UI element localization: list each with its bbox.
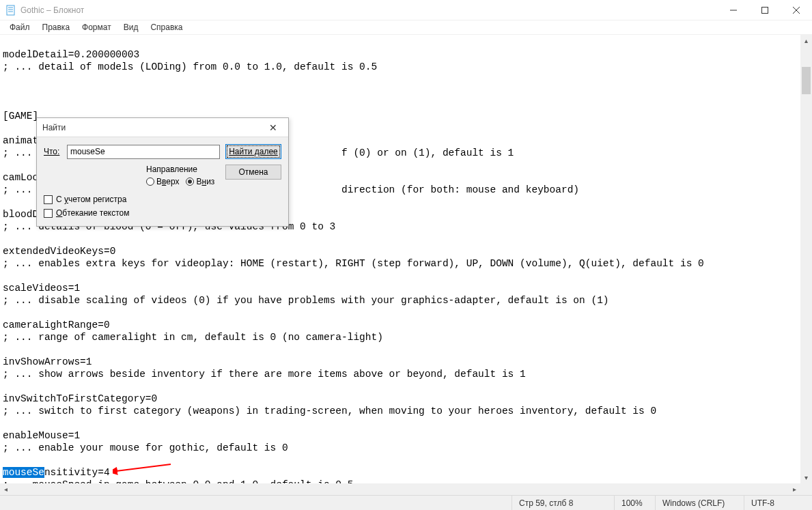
status-eol: Windows (CRLF) xyxy=(655,496,744,510)
find-dialog-titlebar[interactable]: Найти ✕ xyxy=(37,118,288,137)
menu-edit[interactable]: Правка xyxy=(37,21,76,33)
window-controls xyxy=(718,0,812,20)
close-button[interactable] xyxy=(781,0,812,20)
direction-down-label: Вниз xyxy=(196,177,214,186)
scroll-down-button[interactable]: ▾ xyxy=(800,472,812,483)
window-title: Gothic – Блокнот xyxy=(20,5,84,15)
direction-up-label: Вверх xyxy=(156,177,179,186)
svg-rect-0 xyxy=(7,5,14,15)
find-dialog: Найти ✕ Что: Найти далее Направление Вве… xyxy=(36,117,289,227)
direction-group: Направление Вверх Вниз xyxy=(146,165,220,186)
status-position: Стр 59, стлб 8 xyxy=(512,496,614,510)
minimize-button[interactable] xyxy=(718,0,749,20)
statusbar: Стр 59, стлб 8 100% Windows (CRLF) UTF-8 xyxy=(0,495,812,510)
find-next-button[interactable]: Найти далее xyxy=(225,144,281,159)
find-dialog-close[interactable]: ✕ xyxy=(264,122,283,133)
scroll-right-button[interactable]: ▸ xyxy=(789,483,800,495)
find-what-input[interactable] xyxy=(67,145,220,159)
direction-label: Направление xyxy=(146,165,220,174)
vertical-scrollbar[interactable]: ▴ ▾ xyxy=(800,35,812,483)
status-encoding: UTF-8 xyxy=(744,496,812,510)
match-case-label: С учетом регистра xyxy=(56,195,126,204)
direction-up-radio[interactable]: Вверх xyxy=(146,177,179,186)
menu-file[interactable]: Файл xyxy=(4,21,36,33)
scroll-left-button[interactable]: ◂ xyxy=(0,483,12,495)
find-dialog-title: Найти xyxy=(42,123,66,132)
menu-view[interactable]: Вид xyxy=(118,21,144,33)
scroll-up-button[interactable]: ▴ xyxy=(800,35,812,46)
menubar: Файл Правка Формат Вид Справка xyxy=(0,20,812,34)
match-case-checkbox[interactable]: С учетом регистра xyxy=(44,195,281,204)
titlebar: Gothic – Блокнот xyxy=(0,0,812,20)
scroll-thumb[interactable] xyxy=(802,67,811,94)
status-zoom: 100% xyxy=(614,496,655,510)
direction-down-radio[interactable]: Вниз xyxy=(186,177,214,186)
cancel-button[interactable]: Отмена xyxy=(225,165,281,180)
scroll-track[interactable] xyxy=(800,46,812,472)
maximize-button[interactable] xyxy=(749,0,781,20)
svg-rect-5 xyxy=(762,7,768,13)
scroll-corner xyxy=(800,483,812,495)
wrap-around-checkbox[interactable]: Обтекание текстом xyxy=(44,208,281,218)
menu-format[interactable]: Формат xyxy=(76,21,117,33)
content-area: modelDetail=0.200000003 ; ... detail of … xyxy=(0,34,812,495)
text-editor[interactable]: modelDetail=0.200000003 ; ... detail of … xyxy=(0,35,800,483)
horizontal-scrollbar[interactable]: ◂ ▸ xyxy=(0,483,800,495)
find-what-label: Что: xyxy=(44,147,67,156)
notepad-icon xyxy=(5,5,16,16)
menu-help[interactable]: Справка xyxy=(145,21,188,33)
wrap-around-label: Обтекание текстом xyxy=(56,208,129,218)
